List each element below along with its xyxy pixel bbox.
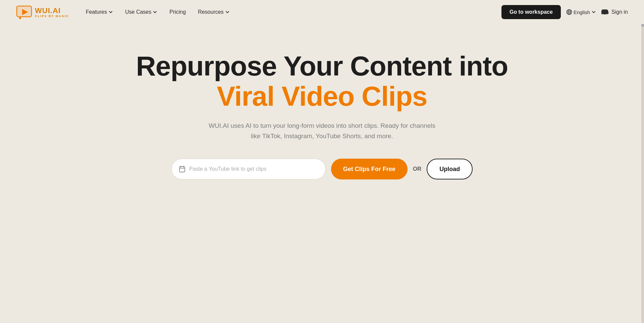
nav-item-features[interactable]: Features: [81, 6, 118, 18]
globe-icon: [566, 9, 572, 15]
hero-title-line2: Viral Video Clips: [217, 81, 427, 111]
logo-icon: [16, 4, 32, 20]
logo-text: WUI.AI CLIPS BY MAGIC: [35, 6, 69, 18]
language-chevron-icon: [591, 10, 596, 14]
navbar-right: Go to workspace English Sign in: [501, 5, 628, 19]
navbar: WUI.AI CLIPS BY MAGIC Features Use Cases…: [0, 0, 644, 24]
language-label: English: [574, 9, 590, 15]
nav-label-resources: Resources: [198, 9, 223, 15]
hero-title-line1: Repurpose Your Content into: [136, 51, 508, 81]
nav-links: Features Use Cases Pricing Resources: [81, 6, 234, 18]
logo-sub-text: CLIPS BY MAGIC: [35, 14, 69, 18]
youtube-url-input[interactable]: [189, 166, 319, 172]
sign-in-area[interactable]: Sign in: [601, 8, 628, 16]
go-to-workspace-button[interactable]: Go to workspace: [501, 5, 561, 19]
hero-section: Repurpose Your Content into Viral Video …: [0, 24, 644, 200]
or-label: OR: [413, 166, 422, 172]
chevron-down-icon: [225, 10, 230, 14]
language-selector[interactable]: English: [566, 9, 596, 15]
nav-item-pricing[interactable]: Pricing: [165, 6, 191, 18]
discord-icon: [601, 8, 609, 16]
nav-label-features: Features: [86, 9, 107, 15]
link-icon: [178, 165, 186, 173]
hero-subtitle: WUI.AI uses AI to turn your long-form vi…: [205, 121, 439, 141]
scrollbar[interactable]: [641, 0, 644, 323]
svg-point-3: [19, 17, 21, 19]
url-input-wrapper: [171, 159, 326, 179]
nav-item-resources[interactable]: Resources: [193, 6, 234, 18]
chevron-down-icon: [153, 10, 157, 14]
logo[interactable]: WUI.AI CLIPS BY MAGIC: [16, 4, 69, 20]
input-row: Get Clips For Free OR Upload: [171, 159, 473, 179]
sign-in-label: Sign in: [611, 9, 628, 15]
logo-main-text: WUI.AI: [35, 6, 69, 15]
upload-button[interactable]: Upload: [427, 159, 473, 179]
navbar-left: WUI.AI CLIPS BY MAGIC Features Use Cases…: [16, 4, 234, 20]
get-clips-button[interactable]: Get Clips For Free: [331, 159, 408, 179]
svg-point-10: [603, 12, 605, 13]
nav-item-use-cases[interactable]: Use Cases: [120, 6, 162, 18]
svg-point-11: [606, 12, 607, 13]
nav-label-use-cases: Use Cases: [125, 9, 151, 15]
nav-label-pricing: Pricing: [169, 9, 186, 15]
chevron-down-icon: [108, 10, 113, 14]
svg-rect-12: [179, 167, 185, 172]
